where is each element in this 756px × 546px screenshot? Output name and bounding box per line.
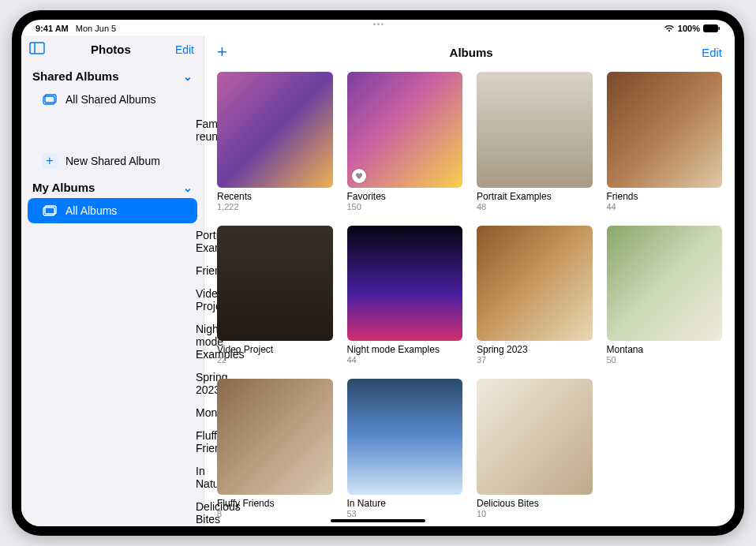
album-count: 8: [217, 509, 333, 518]
sidebar-section-header[interactable]: Shared Albums⌄: [21, 63, 204, 86]
sidebar-item-family-reunion[interactable]: Family reunion: [28, 113, 197, 148]
sidebar-item-all-shared-albums[interactable]: All Shared Albums: [28, 87, 197, 112]
album-in-nature[interactable]: In Nature53: [347, 379, 463, 518]
section-title: My Albums: [32, 181, 95, 194]
album-friends[interactable]: Friends44: [607, 72, 723, 211]
album-name: Montana: [607, 344, 723, 355]
album-thumbnail: [217, 226, 333, 342]
album-thumbnail: [347, 72, 463, 188]
sidebar-item-night-mode-examples[interactable]: Night mode Examples: [28, 318, 197, 365]
album-count: 53: [347, 509, 463, 518]
album-name: Spring 2023: [477, 344, 593, 355]
sidebar-item-spring-2023[interactable]: Spring 2023: [28, 366, 197, 401]
album-count: 10: [477, 509, 593, 518]
album-video-project[interactable]: Video Project22: [217, 226, 333, 365]
album-thumbnail: [217, 379, 333, 495]
sidebar-item-portrait-examples[interactable]: Portrait Examples: [28, 224, 197, 259]
plus-icon: +: [42, 153, 58, 169]
album-fluffy-friends[interactable]: Fluffy Friends8: [217, 379, 333, 518]
album-thumbnail: [217, 72, 333, 188]
sidebar-section-header[interactable]: My Albums⌄: [21, 174, 204, 197]
battery-icon: [703, 24, 720, 32]
sidebar: Photos Edit Shared Albums⌄All Shared Alb…: [21, 36, 204, 526]
status-bar: 9:41 AM Mon Jun 5 100%: [21, 20, 735, 36]
album-thumbnail: [347, 226, 463, 342]
album-portrait-examples[interactable]: Portrait Examples48: [477, 72, 593, 211]
album-thumbnail: [607, 72, 723, 188]
sidebar-item-montana[interactable]: Montana: [28, 402, 197, 424]
svg-rect-1: [719, 27, 720, 30]
sidebar-item-delicious-bites[interactable]: Delicious Bites: [28, 496, 197, 526]
sidebar-item-in-nature[interactable]: In Nature: [28, 460, 197, 495]
sidebar-toggle-icon[interactable]: [29, 42, 47, 57]
main-title: Albums: [241, 46, 702, 59]
album-name: Recents: [217, 191, 333, 202]
album-thumbnail: [477, 379, 593, 495]
album-favorites[interactable]: Favorites150: [347, 72, 463, 211]
chevron-down-icon: ⌄: [183, 70, 193, 83]
album-montana[interactable]: Montana50: [607, 226, 723, 365]
sidebar-item-all-albums[interactable]: All Albums: [28, 198, 197, 223]
sidebar-item-fluffy-friends[interactable]: Fluffy Friends: [28, 424, 197, 459]
favorite-heart-icon: [352, 169, 366, 183]
album-delicious-bites[interactable]: Delicious Bites10: [477, 379, 593, 518]
sidebar-item-label: New Shared Album: [65, 155, 160, 167]
album-count: 50: [607, 355, 723, 365]
album-thumbnail: [347, 379, 463, 495]
sidebar-item-friends[interactable]: Friends: [28, 260, 197, 282]
sidebar-item-label: All Albums: [65, 204, 117, 217]
album-name: Night mode Examples: [347, 344, 463, 355]
album-name: In Nature: [347, 498, 463, 509]
ipad-frame: 9:41 AM Mon Jun 5 100% Ph: [12, 10, 744, 536]
album-name: Video Project: [217, 344, 333, 355]
album-count: 37: [477, 355, 593, 365]
sidebar-edit-button[interactable]: Edit: [175, 43, 194, 56]
album-count: 48: [477, 202, 593, 211]
sidebar-item-video-project[interactable]: Video Project: [28, 282, 197, 317]
album-thumbnail: [477, 226, 593, 342]
album-name: Friends: [607, 191, 723, 202]
section-title: Shared Albums: [32, 69, 118, 83]
svg-rect-0: [704, 25, 718, 32]
shared-albums-icon: [42, 92, 58, 107]
album-count: 22: [217, 355, 333, 365]
album-thumbnail: [477, 72, 593, 188]
chevron-down-icon: ⌄: [183, 181, 193, 194]
album-name: Portrait Examples: [477, 191, 593, 202]
sidebar-item-label: All Shared Albums: [65, 93, 155, 106]
album-count: 44: [347, 355, 463, 365]
add-album-button[interactable]: +: [217, 42, 241, 62]
album-thumbnail: [607, 226, 723, 342]
album-count: 150: [347, 202, 463, 211]
album-night-mode-examples[interactable]: Night mode Examples44: [347, 226, 463, 365]
wifi-icon: [664, 24, 675, 32]
multitask-dots[interactable]: [21, 23, 735, 25]
sidebar-header: Photos Edit: [21, 36, 204, 63]
album-spring-2023[interactable]: Spring 202337: [477, 226, 593, 365]
sidebar-item-new-shared-album[interactable]: +New Shared Album: [28, 148, 197, 174]
main-panel: + Albums Edit Recents1,222Favorites150Po…: [204, 36, 735, 526]
screen: 9:41 AM Mon Jun 5 100% Ph: [21, 20, 735, 526]
album-icon: [42, 203, 58, 219]
album-name: Delicious Bites: [477, 498, 593, 509]
main-edit-button[interactable]: Edit: [702, 46, 722, 59]
album-count: 1,222: [217, 202, 333, 211]
main-header: + Albums Edit: [204, 36, 735, 69]
album-recents[interactable]: Recents1,222: [217, 72, 333, 211]
album-name: Favorites: [347, 191, 463, 202]
svg-rect-2: [30, 43, 44, 54]
album-count: 44: [607, 202, 723, 211]
app-body: Photos Edit Shared Albums⌄All Shared Alb…: [21, 36, 735, 526]
album-name: Fluffy Friends: [217, 498, 333, 509]
album-grid[interactable]: Recents1,222Favorites150Portrait Example…: [204, 69, 735, 526]
home-indicator[interactable]: [331, 519, 425, 522]
sidebar-title: Photos: [47, 43, 175, 56]
